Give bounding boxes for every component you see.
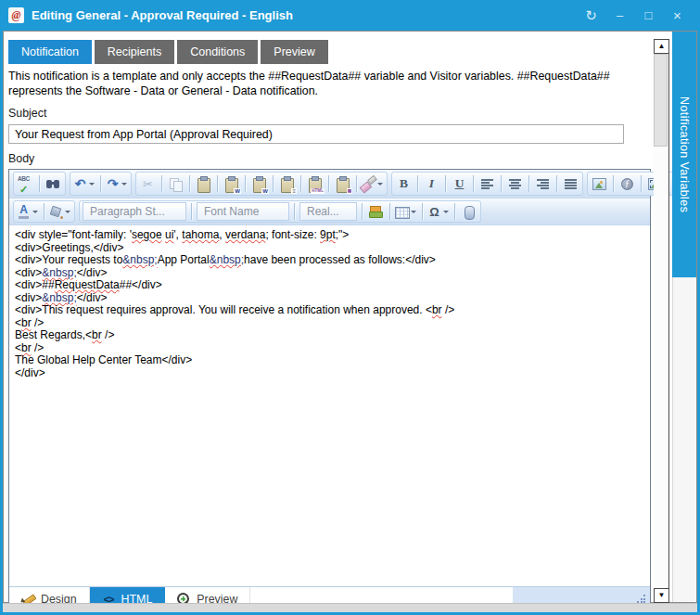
toolbar-group: BIU — [391, 172, 583, 196]
code-line: <div>##RequestData##</div> — [15, 279, 644, 292]
dialog-scrollbar[interactable]: ▲ ▼ — [654, 39, 669, 603]
resize-grip-icon[interactable] — [637, 595, 645, 603]
dropdown-caret-icon — [32, 211, 38, 213]
code-line: <br /> — [15, 342, 644, 355]
align-left-icon — [479, 176, 495, 192]
tab-conditions[interactable]: Conditions — [177, 40, 258, 64]
copy-button — [165, 173, 186, 194]
paste-plain-text-button[interactable]: ≡ — [276, 173, 298, 194]
minimize-icon[interactable]: – — [605, 8, 634, 22]
format-stripper-icon — [361, 176, 376, 192]
insert-table-icon — [394, 204, 410, 220]
dropdown-caret-icon — [121, 183, 127, 186]
scroll-up-icon[interactable]: ▲ — [654, 39, 669, 54]
tab-preview[interactable]: Preview — [261, 40, 327, 64]
code-line: <br /> — [15, 317, 644, 330]
insert-media-button[interactable]: ƒ — [617, 173, 638, 194]
paragraph-style-select[interactable]: Paragraph St... — [83, 202, 186, 221]
align-left-button[interactable] — [477, 173, 498, 194]
copy-icon — [168, 176, 184, 192]
insert-form-element-icon — [461, 204, 477, 220]
paste-html-button[interactable]: ▦ — [332, 173, 353, 194]
cut-button: ✂ — [137, 173, 159, 194]
dropdown-caret-icon — [377, 183, 383, 186]
code-line: <div>Greetings,</div> — [15, 242, 644, 255]
template-description: This notification is a template and only… — [8, 69, 652, 98]
paste-from-word-button[interactable]: W — [221, 173, 242, 194]
paste-from-word-nostyles-button[interactable]: W — [248, 173, 270, 194]
insert-snippet-icon — [368, 204, 384, 220]
code-line: <div>&nbsp;</div> — [15, 292, 644, 305]
italic-icon: I — [424, 176, 439, 192]
find-replace-button[interactable] — [43, 173, 64, 194]
paste-as-html-button[interactable]: HTML — [304, 173, 325, 194]
notification-variables-tab[interactable]: Notification Variables — [672, 32, 696, 277]
top-tabs: NotificationRecipientsConditionsPreview — [8, 40, 653, 64]
align-right-button[interactable] — [532, 173, 554, 194]
background-color-icon — [48, 204, 64, 220]
insert-table-button[interactable] — [393, 201, 419, 222]
undo-icon: ↶ — [72, 176, 88, 192]
underline-button[interactable]: U — [449, 173, 470, 194]
html-source-textarea[interactable]: <div style="font-family: 'segoe ui', tah… — [9, 225, 650, 586]
tab-notification[interactable]: Notification — [8, 40, 92, 64]
spellcheck-button[interactable] — [15, 173, 36, 194]
paste-plain-text-icon: ≡ — [279, 176, 295, 192]
insert-symbol-button[interactable]: Ω — [426, 201, 452, 222]
background-color-button[interactable] — [47, 201, 73, 222]
dropdown-caret-icon — [89, 183, 95, 186]
italic-button[interactable]: I — [421, 173, 442, 194]
paste-button[interactable] — [193, 173, 214, 194]
insert-media-icon: ƒ — [621, 178, 633, 190]
find-replace-icon — [45, 176, 61, 192]
undo-button[interactable]: ↶ — [71, 173, 97, 194]
close-icon[interactable]: × — [663, 7, 692, 23]
scrollbar-thumb[interactable] — [654, 54, 668, 147]
dropdown-caret-icon — [411, 211, 416, 213]
tab-recipients[interactable]: Recipients — [95, 40, 174, 64]
subject-label: Subject — [8, 107, 653, 120]
editor-toolbar: ↶↷✂WW≡HTML▦BIUƒAParagraph St...Font Name… — [9, 170, 650, 225]
scroll-down-icon[interactable]: ▼ — [654, 588, 669, 603]
align-justify-icon — [563, 176, 579, 192]
toolbar-group: A — [13, 200, 75, 223]
paste-as-html-icon: HTML — [307, 176, 323, 192]
font-name-select[interactable]: Font Name — [197, 202, 289, 221]
main-content: NotificationRecipientsConditionsPreview … — [8, 40, 653, 611]
spellcheck-icon — [18, 176, 33, 192]
toolbar-group: ↶↷ — [70, 172, 132, 196]
code-line: <div>This request requires approval. You… — [15, 304, 644, 317]
font-color-icon: A — [16, 204, 32, 220]
format-stripper-button[interactable] — [360, 173, 386, 194]
dialog-body: NotificationRecipientsConditionsPreview … — [3, 31, 697, 603]
align-justify-button[interactable] — [560, 173, 581, 194]
toolbar-row-2: AParagraph St...Font NameReal...Ω — [9, 199, 650, 225]
redo-button[interactable]: ↷ — [104, 173, 130, 194]
toolbar-group: ✂WW≡HTML▦ — [135, 172, 388, 196]
refresh-icon[interactable]: ↻ — [577, 7, 605, 24]
toolbar-group — [13, 172, 66, 196]
align-center-button[interactable] — [504, 173, 526, 194]
toolbar-row-1: ↶↷✂WW≡HTML▦BIUƒ — [9, 170, 650, 199]
code-line: The Global Help Center Team</div> — [15, 354, 644, 367]
insert-form-element-button[interactable] — [458, 201, 479, 222]
maximize-icon[interactable]: □ — [634, 8, 663, 22]
window-controls: ↻–□× — [577, 7, 692, 24]
code-line: Best Regards,<br /> — [15, 329, 644, 342]
insert-snippet-button[interactable] — [365, 201, 387, 222]
body-label: Body — [8, 152, 653, 165]
paste-from-word-icon: W — [223, 176, 239, 192]
subject-input[interactable] — [8, 124, 624, 144]
font-color-button[interactable]: A — [15, 201, 41, 222]
insert-image-button[interactable] — [589, 173, 610, 194]
bold-button[interactable]: B — [393, 173, 414, 194]
font-size-select[interactable]: Real... — [299, 202, 357, 221]
dialog-footer — [3, 603, 697, 612]
bold-icon: B — [396, 176, 412, 192]
align-right-icon — [535, 176, 551, 192]
underline-icon: U — [452, 176, 467, 192]
dropdown-caret-icon — [65, 211, 70, 213]
scrollbar-track[interactable] — [654, 54, 669, 588]
code-line: <div>Your requests to&nbsp;App Portal&nb… — [15, 254, 644, 267]
code-line: <div>&nbsp;</div> — [15, 267, 644, 280]
